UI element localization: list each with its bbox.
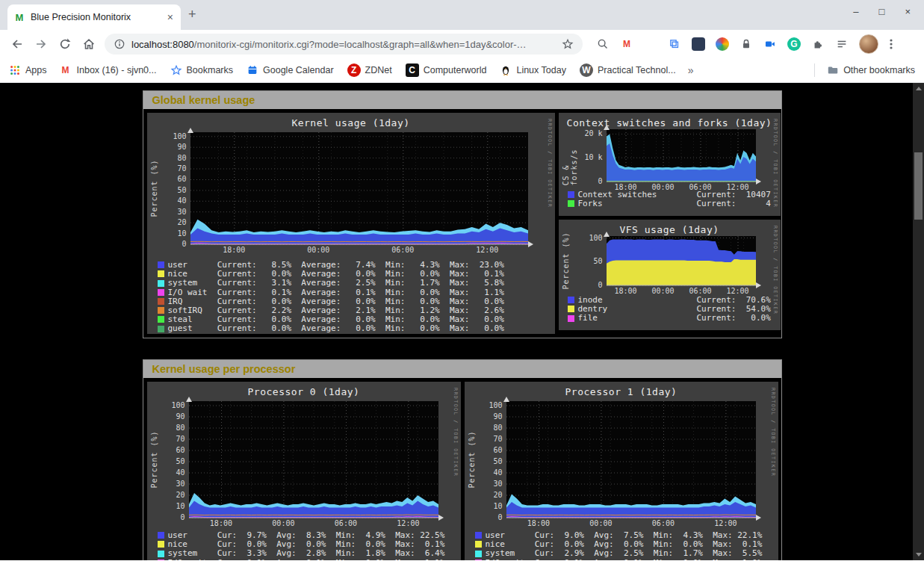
legend-text: I/O wait Current: 0.1% Average: 0.1% Min…: [168, 288, 504, 297]
page-info-icon[interactable]: [114, 38, 125, 50]
y-axis-label: Percent (%): [150, 430, 158, 488]
legend-text: user Current: 8.5% Average: 7.4% Min: 4.…: [168, 261, 504, 269]
forward-button[interactable]: [30, 33, 52, 55]
bookmark-item[interactable]: Bookmarks: [170, 64, 234, 76]
reading-list-icon[interactable]: [832, 34, 852, 54]
legend-color-swatch: [158, 541, 164, 548]
y-axis-tick: 100: [489, 402, 502, 409]
context-switches-graph-panel: Context switches and forks (1day) 010 k2…: [559, 113, 781, 216]
bookmark-item[interactable]: Linux Today: [500, 64, 566, 76]
browser-tab[interactable]: M Blue Precision Monitorix ×: [7, 4, 181, 30]
legend-row: nice Current: 0.0% Average: 0.0% Min: 0.…: [158, 270, 504, 278]
y-axis-tick: 100: [589, 235, 602, 242]
screen-capture-icon[interactable]: [760, 34, 780, 54]
reload-button[interactable]: [54, 33, 76, 55]
vertical-scrollbar[interactable]: [913, 83, 924, 560]
letter-favicon: C: [406, 63, 419, 77]
extensions-puzzle-icon[interactable]: [808, 34, 828, 54]
y-axis-tick: 40: [177, 197, 186, 205]
legend-text: I/O wait Cur: 0.1% Avg: 0.1% Min: 0.0% M…: [168, 559, 445, 560]
kernel-usage-plot[interactable]: 010203040506070809010018:0000:0006:0012:…: [190, 132, 528, 244]
bookmark-star-icon[interactable]: [562, 38, 574, 50]
legend-text: system Current: 3.1% Average: 2.5% Min: …: [168, 279, 504, 287]
legend-text: nice Cur: 0.0% Avg: 0.0% Min: 0.0% Max: …: [486, 540, 763, 548]
graph-legend: Context switches Current: 10407Forks Cur…: [568, 190, 771, 208]
minimize-button[interactable]: –: [853, 6, 858, 17]
gmail-icon[interactable]: M: [617, 34, 636, 54]
legend-text: system Cur: 2.9% Avg: 2.5% Min: 1.7% Max…: [486, 549, 763, 557]
y-axis-tick: 0: [180, 514, 185, 521]
legend-text: system Cur: 3.3% Avg: 2.8% Min: 1.8% Max…: [168, 549, 445, 557]
legend-color-swatch: [475, 560, 482, 560]
legend-text: IRQ Current: 0.0% Average: 0.0% Min: 0.0…: [168, 297, 504, 306]
bookmarks-overflow-chevron[interactable]: »: [688, 64, 694, 76]
back-button[interactable]: [6, 33, 28, 55]
x-axis-tick: 00:00: [589, 520, 612, 527]
legend-color-swatch: [158, 289, 164, 296]
address-bar[interactable]: localhost:8080/monitorix-cgi/monitorix.c…: [105, 34, 583, 55]
y-axis-label: Percent (%): [150, 159, 158, 217]
bookmark-label: Computerworld: [424, 65, 487, 75]
section-kernel-per-processor: Kernel usage per processor Processor 0 (…: [143, 359, 782, 560]
dark-extension-icon[interactable]: [689, 34, 708, 54]
home-button[interactable]: [78, 33, 100, 55]
scrollbar-thumb[interactable]: [914, 152, 923, 220]
bookmark-label: Linux Today: [516, 65, 566, 75]
legend-color-swatch: [158, 560, 164, 560]
x-axis-tick: 12:00: [476, 247, 498, 254]
processor-1-plot[interactable]: 010203040506070809010018:0000:0006:0012:…: [506, 401, 756, 518]
bookmark-item[interactable]: Google Calendar: [246, 64, 334, 76]
bookmarks-bar: Apps MInbox (16) - sjvn0...BookmarksGoog…: [0, 58, 924, 83]
new-tab-button[interactable]: +: [188, 7, 196, 22]
kernel-usage-graph-panel: Kernel usage (1day) 01020304050607080901…: [147, 113, 555, 334]
profile-avatar[interactable]: [859, 34, 878, 54]
apps-shortcut[interactable]: Apps: [9, 64, 47, 76]
tab-close-icon[interactable]: ×: [166, 11, 175, 23]
url-text: localhost:8080/monitorix-cgi/monitorix.c…: [131, 39, 556, 50]
grammarly-icon[interactable]: G: [784, 34, 804, 54]
context-switches-plot[interactable]: 010 k20 k18:0000:0006:0012:00: [607, 129, 756, 182]
legend-row: inode Current: 70.6%: [568, 296, 771, 304]
processor-0-plot[interactable]: 010203040506070809010018:0000:0006:0012:…: [189, 401, 438, 518]
bookmark-item[interactable]: ZZDNet: [347, 63, 392, 77]
rrdtool-watermark: RRDTOOL / TOBI OETIKER: [770, 388, 776, 477]
color-wheel-extension-icon[interactable]: [713, 34, 732, 54]
y-axis-tick: 100: [173, 133, 186, 140]
graph-title: Processor 1 (1day): [465, 386, 778, 397]
legend-row: nice Cur: 0.0% Avg: 0.0% Min: 0.0% Max: …: [475, 540, 763, 548]
legend-row: softIRQ Current: 2.2% Average: 2.1% Min:…: [158, 306, 504, 314]
rrdtool-watermark: RRDTOOL / TOBI OETIKER: [453, 388, 459, 477]
search-extension-icon[interactable]: [593, 34, 613, 54]
legend-color-swatch: [475, 532, 482, 539]
legend-text: I/O wait Cur: 0.1% Avg: 0.1% Min: 0.0% M…: [486, 559, 763, 560]
legend-color-swatch: [158, 261, 164, 268]
legend-color-swatch: [158, 280, 164, 287]
processor-1-graph-panel: Processor 1 (1day) 010203040506070809010…: [465, 382, 778, 560]
rrdtool-watermark: RRDTOOL / TOBI OETIKER: [772, 119, 778, 208]
y-axis-tick: 50: [593, 258, 602, 265]
lock-extension-icon[interactable]: [737, 34, 756, 54]
y-axis-tick: 20 k: [584, 130, 602, 137]
other-bookmarks[interactable]: Other bookmarks: [827, 64, 915, 76]
bookmark-item[interactable]: CComputerworld: [406, 63, 487, 77]
graph-legend: inode Current: 70.6%dentry Current: 54.0…: [568, 296, 771, 323]
vfs-usage-plot[interactable]: 05010018:0000:0006:0012:00: [607, 236, 756, 285]
legend-text: Context switches Current: 10407: [578, 190, 771, 199]
legend-row: Context switches Current: 10407: [568, 190, 771, 199]
window-controls: – □ ×: [853, 0, 924, 17]
scrollbar-down-arrow[interactable]: [913, 549, 924, 560]
processor-0-graph-panel: Processor 0 (1day) 010203040506070809010…: [147, 382, 461, 560]
mail-checker-icon[interactable]: [641, 34, 660, 54]
scrollbar-up-arrow[interactable]: [913, 83, 924, 94]
close-button[interactable]: ×: [905, 6, 911, 17]
navigation-bar: localhost:8080/monitorix-cgi/monitorix.c…: [0, 30, 924, 58]
maximize-button[interactable]: □: [879, 6, 885, 17]
y-axis-tick: 60: [493, 447, 502, 454]
y-axis-tick: 70: [493, 436, 502, 443]
rrdtool-watermark: RRDTOOL / TOBI OETIKER: [772, 226, 778, 314]
browser-menu-icon[interactable]: [880, 33, 902, 55]
bookmark-item[interactable]: WPractical Technol...: [580, 63, 676, 77]
bookmark-item[interactable]: MInbox (16) - sjvn0...: [59, 63, 157, 77]
copy-pages-icon[interactable]: [665, 34, 684, 54]
y-axis-tick: 90: [176, 413, 185, 421]
